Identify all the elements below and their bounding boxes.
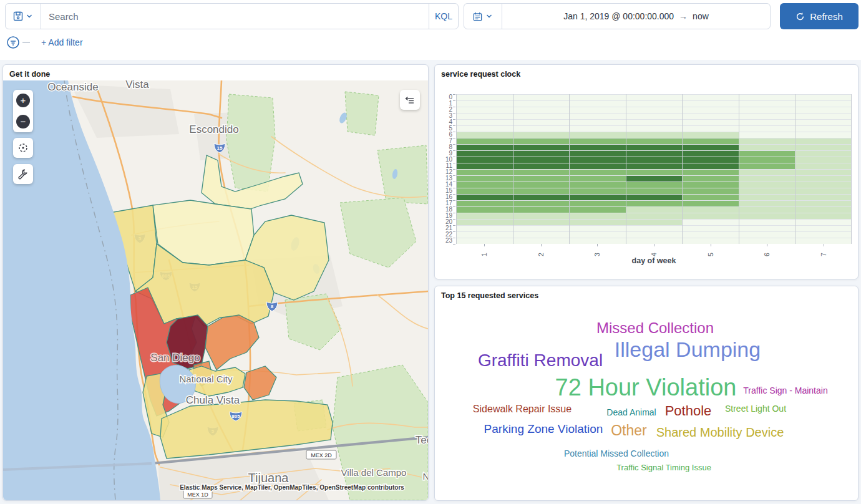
heatmap-cell[interactable] (513, 182, 570, 188)
heatmap-cell[interactable] (682, 101, 739, 107)
heatmap-cell[interactable] (682, 151, 739, 157)
heatmap-cell[interactable] (569, 145, 626, 150)
heatmap-cell[interactable] (682, 188, 739, 194)
heatmap-cell[interactable] (739, 195, 795, 200)
heatmap-cell[interactable] (456, 170, 513, 175)
heatmap-cell[interactable] (626, 188, 683, 194)
tag-cloud-item[interactable]: Sidewalk Repair Issue (473, 404, 572, 415)
heatmap-cell[interactable] (795, 95, 852, 100)
heatmap-cell[interactable] (513, 170, 570, 175)
map-tools-button[interactable] (13, 164, 33, 184)
heatmap-cell[interactable] (513, 107, 570, 113)
heatmap-cell[interactable] (456, 101, 513, 107)
add-filter-button[interactable]: + Add filter (41, 37, 83, 47)
heatmap-cell[interactable] (739, 163, 795, 169)
date-range-display[interactable]: Jan 1, 2019 @ 00:00:00.000 → now (502, 4, 770, 29)
heatmap-cell[interactable] (569, 101, 626, 107)
heatmap-cell[interactable] (626, 151, 683, 157)
heatmap-cell[interactable] (626, 107, 683, 113)
map-fit-to-data-button[interactable] (13, 138, 33, 158)
heatmap-cell[interactable] (569, 138, 626, 144)
heatmap-cell[interactable] (682, 220, 739, 225)
heatmap-cell[interactable] (456, 207, 513, 213)
heatmap-cell[interactable] (682, 157, 739, 163)
heatmap-cell[interactable] (795, 170, 852, 175)
heatmap-cell[interactable] (626, 170, 683, 175)
heatmap-cell[interactable] (456, 138, 513, 144)
heatmap-cell[interactable] (739, 107, 795, 113)
heatmap-cell[interactable] (626, 138, 683, 144)
heatmap-cell[interactable] (626, 182, 683, 188)
heatmap-cell[interactable] (795, 101, 852, 107)
heatmap-cell[interactable] (795, 195, 852, 200)
tag-cloud-item[interactable]: Street Light Out (725, 404, 786, 414)
heatmap-cell[interactable] (569, 114, 626, 119)
heatmap-cell[interactable] (513, 101, 570, 107)
heatmap-cell[interactable] (682, 138, 739, 144)
heatmap-cell[interactable] (513, 138, 570, 144)
heatmap-cell[interactable] (456, 220, 513, 225)
heatmap-cell[interactable] (739, 126, 795, 132)
heatmap-cell[interactable] (682, 163, 739, 169)
heatmap-cell[interactable] (513, 238, 570, 244)
heatmap-cell[interactable] (739, 213, 795, 219)
heatmap-cell[interactable] (569, 157, 626, 163)
date-to[interactable]: now (693, 11, 709, 21)
heatmap-cell[interactable] (739, 226, 795, 231)
heatmap-cell[interactable] (569, 151, 626, 157)
heatmap-cell[interactable] (795, 232, 852, 238)
heatmap-cell[interactable] (456, 132, 513, 138)
heatmap-cell[interactable] (513, 163, 570, 169)
heatmap-cell[interactable] (456, 120, 513, 125)
heatmap-cell[interactable] (513, 151, 570, 157)
heatmap-cell[interactable] (626, 195, 683, 200)
legend-collapse-button[interactable] (400, 90, 420, 110)
filter-menu-icon[interactable] (6, 36, 20, 49)
tag-cloud-item[interactable]: Graffiti Removal (478, 351, 603, 371)
heatmap-cell[interactable] (739, 120, 795, 125)
heatmap-cell[interactable] (626, 101, 683, 107)
heatmap-cell[interactable] (513, 201, 570, 206)
heatmap-cell[interactable] (456, 201, 513, 206)
heatmap-cell[interactable] (682, 238, 739, 244)
heatmap-cell[interactable] (569, 95, 626, 100)
date-from[interactable]: Jan 1, 2019 @ 00:00:00.000 (563, 11, 674, 21)
heatmap-cell[interactable] (626, 201, 683, 206)
heatmap-cell[interactable] (795, 120, 852, 125)
tag-cloud-item[interactable]: Traffic Sign - Maintain (743, 385, 827, 395)
heatmap-cell[interactable] (569, 213, 626, 219)
heatmap-cell[interactable] (569, 238, 626, 244)
heatmap-cell[interactable] (456, 151, 513, 157)
heatmap-cell[interactable] (513, 195, 570, 200)
heatmap-cell[interactable] (795, 132, 852, 138)
heatmap-cell[interactable] (626, 95, 683, 100)
heatmap-cell[interactable] (569, 182, 626, 188)
heatmap-cell[interactable] (682, 207, 739, 213)
heatmap-cell[interactable] (739, 188, 795, 194)
heatmap-cell[interactable] (569, 188, 626, 194)
heatmap-cell[interactable] (682, 170, 739, 175)
heatmap-cell[interactable] (569, 220, 626, 225)
heatmap-cell[interactable] (626, 114, 683, 119)
heatmap-cell[interactable] (682, 176, 739, 182)
heatmap-cell[interactable] (682, 114, 739, 119)
heatmap-cell[interactable] (795, 226, 852, 231)
tag-cloud-item[interactable]: Shared Mobility Device (656, 425, 784, 440)
heatmap-cell[interactable] (795, 114, 852, 119)
zoom-out-button[interactable]: − (16, 115, 30, 128)
heatmap-cell[interactable] (626, 207, 683, 213)
zoom-in-button[interactable]: + (16, 94, 30, 107)
tag-cloud-item[interactable]: Potential Missed Collection (564, 448, 669, 458)
heatmap-cell[interactable] (569, 120, 626, 125)
heatmap-cell[interactable] (456, 226, 513, 231)
heatmap-cell[interactable] (795, 188, 852, 194)
heatmap-cell[interactable] (513, 213, 570, 219)
heatmap-cell[interactable] (456, 126, 513, 132)
heatmap-cell[interactable] (739, 145, 795, 150)
heatmap-cell[interactable] (626, 238, 683, 244)
heatmap-cell[interactable] (626, 213, 683, 219)
heatmap-cell[interactable] (626, 220, 683, 225)
tag-cloud-item[interactable]: Traffic Signal Timing Issue (616, 463, 711, 472)
heatmap-cell[interactable] (682, 120, 739, 125)
heatmap-cell[interactable] (456, 145, 513, 150)
